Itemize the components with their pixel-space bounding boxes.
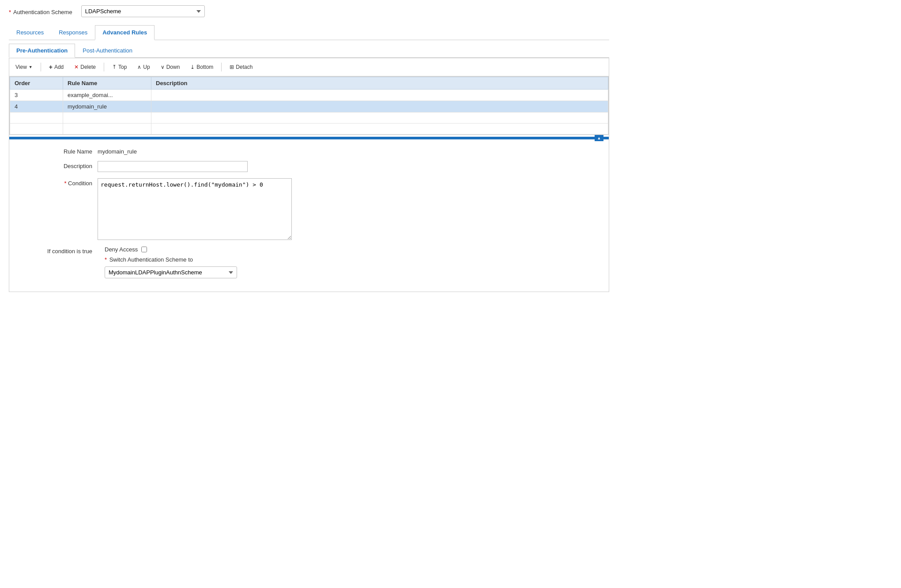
bottom-button[interactable]: ⤓ Bottom	[186, 62, 218, 72]
description-row: Description	[36, 161, 609, 172]
separator-3	[221, 63, 222, 71]
col-order: Order	[10, 77, 63, 90]
deny-access-label: Deny Access	[105, 246, 138, 253]
table-row[interactable]: 4 mydomain_rule	[10, 101, 608, 112]
condition-row: Condition request.returnHost.lower().fin…	[36, 178, 609, 240]
delete-icon: ✕	[74, 64, 79, 70]
view-button[interactable]: View ▼	[11, 62, 37, 72]
top-button[interactable]: ⤒ Top	[108, 62, 131, 72]
auth-scheme-label: * Authentication Scheme	[9, 7, 78, 15]
rule-name-value: mydomain_rule	[98, 146, 137, 155]
deny-access-row: Deny Access	[105, 246, 237, 253]
cell-description	[151, 101, 608, 112]
bottom-icon: ⤓	[190, 64, 195, 70]
separator-2	[104, 63, 104, 71]
cell-rule-name: example_domai...	[63, 90, 151, 101]
tab-advanced-rules[interactable]: Advanced Rules	[95, 25, 155, 40]
add-button[interactable]: + Add	[45, 62, 68, 72]
detail-panel: Rule Name mydomain_rule Description Cond…	[9, 139, 609, 292]
tab-responses[interactable]: Responses	[51, 25, 95, 40]
cell-description	[151, 90, 608, 101]
switch-auth-select[interactable]: MydomainLDAPPluginAuthnScheme	[105, 266, 237, 278]
tab-post-authentication[interactable]: Post-Authentication	[75, 44, 140, 58]
top-tabs: Resources Responses Advanced Rules	[9, 25, 609, 40]
required-star-switch: *	[105, 256, 109, 263]
cell-order: 3	[10, 90, 63, 101]
auth-scheme-select[interactable]: LDAPScheme	[81, 5, 205, 17]
toolbar: View ▼ + Add ✕ Delete ⤒ Top ∧ Up ∨	[9, 58, 609, 76]
separator-1	[41, 63, 41, 71]
cell-order: 4	[10, 101, 63, 112]
cell-rule-name: mydomain_rule	[63, 101, 151, 112]
condition-label: Condition	[36, 178, 98, 187]
switch-auth-label: Switch Authentication Scheme to	[109, 256, 193, 263]
tab-pre-authentication[interactable]: Pre-Authentication	[9, 44, 75, 58]
sub-tabs: Pre-Authentication Post-Authentication	[9, 44, 609, 58]
add-icon: +	[49, 64, 53, 71]
deny-access-checkbox[interactable]	[141, 247, 147, 252]
if-condition-label: If condition is true	[36, 246, 98, 255]
rule-name-label: Rule Name	[36, 146, 98, 155]
required-star: *	[9, 9, 11, 15]
description-input[interactable]	[98, 161, 248, 172]
detach-button[interactable]: ⊞ Detach	[225, 62, 257, 72]
table-row-empty	[10, 112, 608, 124]
table-row[interactable]: 3 example_domai...	[10, 90, 608, 101]
description-label: Description	[36, 161, 98, 169]
view-chevron-icon: ▼	[29, 65, 33, 69]
delete-button[interactable]: ✕ Delete	[70, 62, 100, 72]
up-icon: ∧	[137, 64, 141, 70]
top-icon: ⤒	[112, 64, 117, 70]
condition-textarea[interactable]: request.returnHost.lower().find("mydomai…	[98, 178, 292, 240]
up-button[interactable]: ∧ Up	[133, 62, 154, 72]
table-row-empty	[10, 124, 608, 135]
col-description: Description	[151, 77, 608, 90]
detach-icon: ⊞	[230, 64, 234, 70]
down-icon: ∨	[161, 64, 165, 70]
rule-name-row: Rule Name mydomain_rule	[36, 146, 609, 155]
splitter-handle: ▲	[595, 135, 603, 141]
rules-table: Order Rule Name Description 3 example_do…	[9, 76, 609, 135]
if-condition-section: If condition is true Deny Access * Switc…	[36, 246, 609, 278]
down-button[interactable]: ∨ Down	[156, 62, 185, 72]
col-rule-name: Rule Name	[63, 77, 151, 90]
if-condition-content: Deny Access * Switch Authentication Sche…	[105, 246, 237, 278]
switch-auth-label-row: * Switch Authentication Scheme to	[105, 256, 237, 263]
splitter[interactable]: ▲	[9, 137, 609, 139]
tab-resources[interactable]: Resources	[9, 25, 51, 40]
